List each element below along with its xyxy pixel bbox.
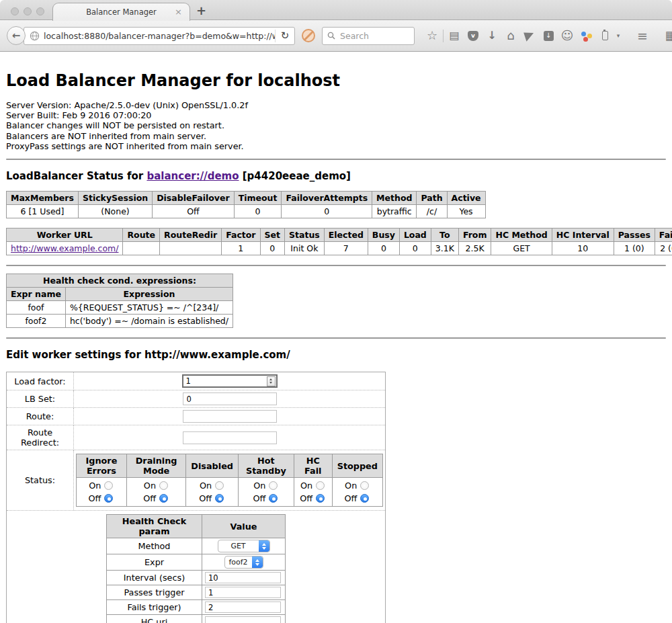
load-factor-label: Load factor: (7, 372, 74, 390)
table-row: http://www.example.com/ 1 0 Init Ok 7 0 … (7, 242, 672, 255)
hc-interval-label: Interval (secs) (107, 571, 202, 585)
load-factor-field (182, 374, 278, 388)
table-row: foof %{REQUEST_STATUS} =~ /^[234]/ (7, 301, 233, 315)
save-page-icon[interactable]: ↓ (539, 28, 558, 44)
health-check-expressions-table: Health check cond. expressions: Expr nam… (6, 274, 233, 328)
select-arrows-icon (259, 540, 269, 552)
close-tab-icon[interactable]: × (175, 7, 182, 16)
balancer-status-table: MaxMembers StickySession DisableFailover… (6, 191, 486, 218)
worker-status-table: Worker URL Route RouteRedir Factor Set S… (6, 228, 672, 255)
hc-fail-on-radio[interactable] (316, 481, 325, 490)
health-check-params-table: Health Check param Value Method GET (106, 514, 286, 623)
route-redirect-input[interactable] (183, 431, 277, 444)
search-icon (327, 32, 335, 40)
server-version-line: Server Version: Apache/2.5.0-dev (Unix) … (6, 100, 666, 110)
server-built-line: Server Built: Feb 9 2016 07:00:20 (6, 110, 666, 120)
save-arrow-icon: ↓ (544, 31, 554, 41)
hc-uri-label: HC uri (107, 615, 202, 623)
apps-grid-icon[interactable]: ▦ (661, 28, 672, 44)
divider (6, 159, 666, 160)
search-bar[interactable] (322, 27, 415, 45)
tab-balancer-manager[interactable]: Balancer Manager × (52, 3, 190, 21)
browser-chrome: Balancer Manager × + ← localhost:8880/ba… (0, 0, 672, 56)
number-spinner-icon[interactable] (267, 376, 276, 386)
hc-passes-label: Passes trigger (107, 585, 202, 600)
ignore-errors-on-radio[interactable] (104, 481, 113, 490)
worker-settings-form: Load factor: LB Set: Route: Route Redire… (6, 372, 386, 623)
hc-expr-select[interactable]: foof2 (224, 556, 263, 569)
balancers-note-line: Balancers are NOT inherited from main se… (6, 131, 666, 141)
disabled-on-radio[interactable] (215, 481, 224, 490)
draining-mode-off-radio[interactable] (159, 494, 168, 503)
hot-standby-on-radio[interactable] (269, 481, 278, 490)
window-close-button[interactable] (11, 7, 19, 15)
table-row: foof2 hc('body') =~ /domain is establish… (7, 315, 233, 328)
window-minimize-button[interactable] (24, 7, 32, 15)
status-table: Ignore Errors Draining Mode Disabled Hot… (76, 454, 383, 507)
content-blocked-icon[interactable] (302, 29, 315, 42)
chevron-down-icon[interactable]: ▾ (614, 28, 622, 44)
url-text[interactable]: localhost:8880/balancer-manager?b=demo&w… (44, 31, 275, 41)
server-info: Server Version: Apache/2.5.0-dev (Unix) … (6, 100, 666, 151)
hot-standby-off-radio[interactable] (269, 494, 278, 503)
toolbar-divider (443, 30, 444, 42)
hc-fails-label: Fails trigger) (107, 600, 202, 615)
navigation-toolbar: ← localhost:8880/balancer-manager?b=demo… (0, 20, 672, 52)
page-title: Load Balancer Manager for localhost (6, 71, 666, 90)
hc-expr-label: Expr (107, 554, 202, 571)
hc-uri-input[interactable] (205, 616, 281, 623)
stopped-off-radio[interactable] (360, 494, 369, 503)
share-colors-icon[interactable] (577, 28, 595, 44)
hc-method-select[interactable]: GET (218, 540, 270, 552)
lb-set-input[interactable] (183, 392, 277, 405)
toolbar-buttons: ☆ ▤ v ↓ ⌂ ↓ ☺ ▾ ≡ ▦ (423, 28, 672, 44)
window-zoom-button[interactable] (36, 7, 44, 15)
draining-mode-on-radio[interactable] (159, 481, 168, 490)
select-arrows-icon (252, 556, 263, 568)
status-label: Status: (7, 450, 74, 511)
url-bar[interactable]: localhost:8880/balancer-manager?b=demo&w… (24, 27, 295, 45)
route-label: Route: (7, 408, 74, 425)
reload-icon[interactable]: ↻ (276, 30, 294, 42)
hc-fail-off-radio[interactable] (316, 494, 325, 503)
home-icon[interactable]: ⌂ (501, 28, 520, 44)
chat-smiley-icon[interactable]: ☺ (558, 28, 577, 44)
edit-worker-heading: Edit worker settings for http://www.exam… (6, 349, 666, 361)
downloads-icon[interactable]: ↓ (482, 28, 501, 44)
divider (6, 265, 666, 266)
battery-icon[interactable] (595, 28, 614, 44)
send-tab-icon[interactable] (520, 28, 539, 44)
search-input[interactable] (339, 30, 409, 42)
expr-table-title: Health check cond. expressions: (7, 274, 233, 288)
balancer-status-heading: LoadBalancer Status for balancer://demo … (6, 170, 666, 182)
disabled-off-radio[interactable] (215, 494, 224, 503)
tab-bar: Balancer Manager × + (0, 0, 672, 20)
worker-url-link[interactable]: http://www.example.com/ (11, 243, 118, 253)
load-factor-input[interactable] (183, 376, 267, 386)
table-row: 6 [1 Used] (None) Off 0 0 bytraffic /c/ … (7, 205, 486, 218)
proxypass-note-line: ProxyPass settings are NOT inherited fro… (6, 141, 666, 151)
hc-interval-input[interactable] (205, 572, 281, 583)
hc-fails-input[interactable] (205, 601, 281, 613)
hc-method-label: Method (107, 538, 202, 554)
divider (6, 337, 666, 339)
route-redirect-label: Route Redirect: (7, 425, 74, 450)
pocket-chevron-icon: v (468, 31, 478, 41)
back-button[interactable]: ← (7, 26, 26, 45)
route-input[interactable] (183, 410, 277, 423)
tab-title: Balancer Manager (86, 7, 157, 17)
menu-hamburger-icon[interactable]: ≡ (633, 28, 652, 44)
balancer-demo-link[interactable]: balancer://demo (146, 170, 239, 182)
window-controls (11, 7, 44, 15)
ignore-errors-off-radio[interactable] (104, 494, 113, 503)
pocket-icon[interactable]: v (464, 28, 482, 44)
persist-note-line: Balancer changes will NOT be persisted o… (6, 120, 666, 130)
hc-passes-input[interactable] (205, 587, 281, 598)
new-tab-button[interactable]: + (196, 3, 206, 17)
lb-set-label: LB Set: (7, 390, 74, 408)
bookmark-star-icon[interactable]: ☆ (423, 28, 442, 44)
reading-list-icon[interactable]: ▤ (445, 28, 464, 44)
stopped-on-radio[interactable] (360, 481, 369, 490)
page-content: Load Balancer Manager for localhost Serv… (0, 56, 672, 623)
globe-icon (30, 31, 40, 41)
